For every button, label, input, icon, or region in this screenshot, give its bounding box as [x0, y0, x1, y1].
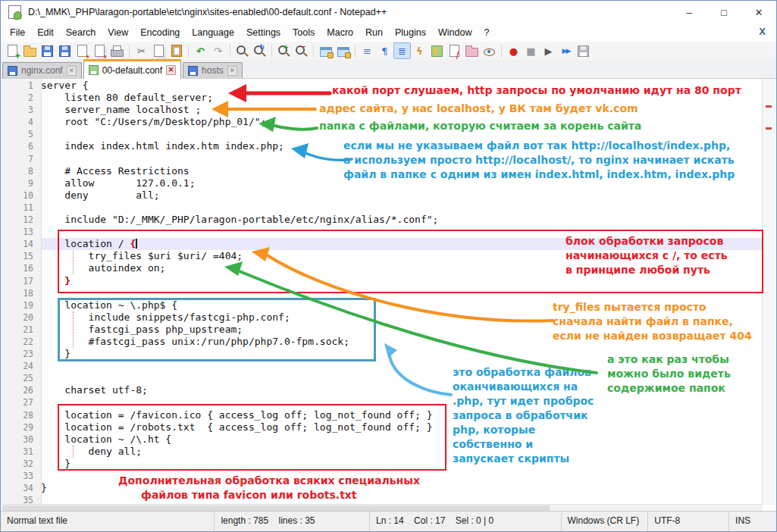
line-number: 5: [2, 128, 41, 140]
show-indent-guide-button[interactable]: ≣: [393, 42, 411, 59]
title-bar[interactable]: D:\_MMK\_PHP\laragon-portable\etc\nginx\…: [1, 1, 776, 23]
editor[interactable]: 1server {2 listen 80 default_server;3 se…: [2, 79, 775, 512]
code-line[interactable]: 4 root "C:/Users/m/Desktop/php_01/";: [2, 116, 763, 128]
menu-plugins[interactable]: Plugins: [389, 24, 432, 41]
tab-hosts[interactable]: hosts✕: [183, 62, 243, 78]
record-macro-button[interactable]: ●: [505, 42, 522, 59]
menu-settings[interactable]: Settings: [240, 24, 287, 41]
paste-button[interactable]: [168, 42, 185, 59]
menu-close-document-x[interactable]: X: [759, 26, 766, 37]
code-line[interactable]: 32 }: [2, 458, 763, 470]
code-line[interactable]: 5: [2, 128, 763, 140]
code-line[interactable]: 24: [2, 360, 763, 372]
folder-workspace-button[interactable]: [463, 42, 481, 59]
code-line[interactable]: 19 location ~ \.php$ {: [2, 299, 763, 311]
menu-tools[interactable]: Tools: [287, 24, 321, 41]
code-line[interactable]: 6 index index.html index.htm index.php;: [2, 140, 763, 152]
code-line[interactable]: 12 include "D:/_MMK/_PHP/laragon-portabl…: [2, 214, 763, 226]
monitoring-button[interactable]: [481, 42, 498, 59]
open-file-button[interactable]: [21, 42, 39, 59]
code-line[interactable]: 2 listen 80 default_server;: [2, 92, 763, 104]
code-line[interactable]: 7: [2, 153, 763, 165]
redo-button[interactable]: ↷: [209, 42, 227, 59]
code-line[interactable]: 29 location = /robots.txt { access_log o…: [2, 421, 763, 433]
code-line[interactable]: 17 }: [2, 275, 763, 287]
code-line[interactable]: 21 fastcgi_pass php_upstream;: [2, 324, 763, 336]
document-map-icon: [431, 45, 443, 57]
menu-help[interactable]: ?: [478, 24, 495, 41]
save-all-button[interactable]: [56, 42, 74, 59]
text-caret: [136, 239, 137, 249]
maximize-button[interactable]: □: [707, 1, 741, 23]
run-macro-multi-button[interactable]: ▶▶: [557, 42, 575, 59]
zoom-in-button[interactable]: [275, 42, 293, 59]
close-file-button[interactable]: [74, 42, 91, 59]
code-line[interactable]: 11: [2, 202, 763, 214]
sync-h-button[interactable]: [334, 42, 352, 59]
code-line[interactable]: 13: [2, 226, 763, 238]
code-line[interactable]: 20 include snippets/fastcgi-php.conf;: [2, 311, 763, 324]
menu-encoding[interactable]: Encoding: [134, 24, 186, 41]
code-line[interactable]: 10 deny all;: [2, 189, 763, 202]
zoom-out-button[interactable]: [293, 42, 310, 59]
line-number: 29: [2, 421, 41, 433]
close-all-button[interactable]: [91, 42, 108, 59]
menu-language[interactable]: Language: [186, 24, 240, 41]
status-doc-type: Normal text file: [1, 512, 214, 531]
line-number: 24: [2, 360, 41, 372]
close-button[interactable]: ✕: [741, 1, 776, 23]
new-file-button[interactable]: [4, 42, 21, 59]
menu-file[interactable]: File: [4, 24, 31, 41]
save-button[interactable]: [39, 42, 56, 59]
function-list-button[interactable]: [446, 42, 463, 59]
stop-macro-button[interactable]: ■: [522, 42, 540, 59]
menu-search[interactable]: Search: [60, 24, 102, 41]
minimize-button[interactable]: –: [672, 1, 707, 23]
code-line[interactable]: 34}: [2, 482, 763, 494]
menu-run[interactable]: Run: [359, 24, 389, 41]
code-line[interactable]: 15 try_files $uri $uri/ =404;: [2, 250, 763, 262]
code-line[interactable]: 33: [2, 470, 763, 482]
tab-close-icon[interactable]: ✕: [166, 65, 176, 75]
code-line[interactable]: 22 #fastcgi_pass unix:/run/php/php7.0-fp…: [2, 336, 763, 348]
horizontal-scrollbar-thumb[interactable]: [2, 505, 550, 511]
code-line[interactable]: 3 server_name localhost ;: [2, 104, 763, 116]
code-line[interactable]: 16 autoindex on;: [2, 262, 763, 274]
code-line[interactable]: 9 allow 127.0.0.1;: [2, 177, 763, 189]
vertical-scrollbar[interactable]: [762, 79, 775, 505]
menu-macro[interactable]: Macro: [321, 24, 359, 41]
tab-nginx-conf[interactable]: nginx.conf✕: [2, 62, 82, 78]
find-button[interactable]: [233, 42, 251, 59]
tab-close-icon[interactable]: ✕: [67, 66, 77, 76]
word-wrap-button[interactable]: ≡: [359, 42, 376, 59]
document-map-button[interactable]: [428, 42, 446, 59]
menu-view[interactable]: View: [102, 24, 134, 41]
code-line[interactable]: 1server {: [2, 80, 763, 92]
code-line[interactable]: 25: [2, 372, 763, 384]
copy-button[interactable]: [150, 42, 168, 59]
code-line[interactable]: 8 # Access Restrictions: [2, 165, 763, 177]
line-number: 28: [2, 409, 41, 421]
save-macro-button[interactable]: [575, 42, 592, 59]
play-macro-button[interactable]: ▶: [540, 42, 557, 59]
show-all-chars-button[interactable]: ¶: [376, 42, 393, 59]
code-line[interactable]: 18: [2, 287, 763, 299]
code-line[interactable]: 27: [2, 396, 763, 408]
tab-close-icon[interactable]: ✕: [227, 66, 237, 76]
code-line[interactable]: 14 location / {: [2, 238, 763, 250]
code-line[interactable]: 28 location = /favicon.ico { access_log …: [2, 409, 763, 421]
code-line[interactable]: 30 location ~ /\.ht {: [2, 433, 763, 446]
tab-00-default-conf[interactable]: 00-default.conf✕: [83, 59, 181, 79]
replace-button[interactable]: [251, 42, 268, 59]
code-line[interactable]: 23 }: [2, 348, 763, 360]
code-line[interactable]: 31 deny all;: [2, 446, 763, 458]
user-defined-dialog-button[interactable]: ϟ: [411, 42, 428, 59]
menu-window[interactable]: Window: [432, 24, 478, 41]
menu-edit[interactable]: Edit: [31, 24, 60, 41]
code-line[interactable]: 26 charset utf-8;: [2, 384, 763, 396]
undo-button[interactable]: ↶: [192, 42, 209, 59]
function-list-icon: [450, 45, 459, 57]
cut-button[interactable]: ✂: [133, 42, 150, 59]
sync-v-button[interactable]: [317, 42, 334, 59]
print-button[interactable]: [108, 42, 126, 59]
